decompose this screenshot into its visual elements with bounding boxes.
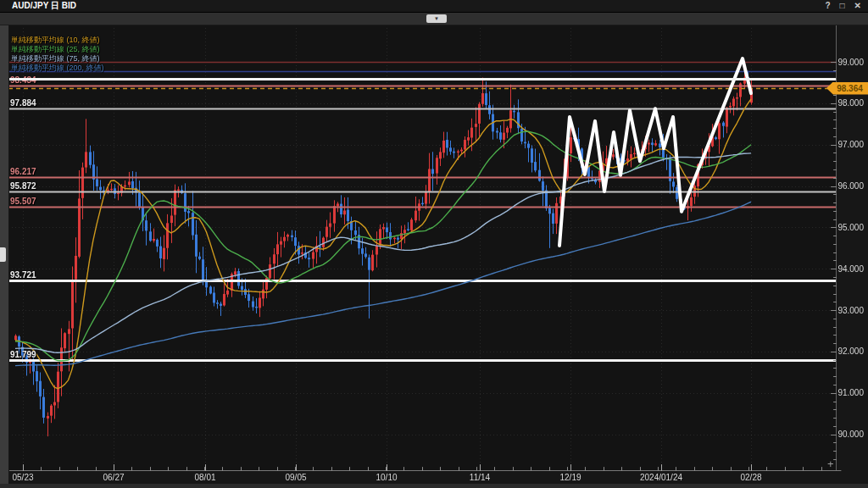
x-axis-label: 12/19 [559,473,581,483]
y-axis-label: 98.000 [837,97,864,108]
title-bar[interactable]: AUD/JPY 日 BID [0,0,868,13]
window-buttons: ? □ ✕ [825,0,861,12]
y-axis-label: 90.000 [837,429,864,440]
price-line-label: 93.721 [10,270,36,280]
price-line-label: 97.884 [10,98,36,108]
y-axis-label: 99.000 [837,57,864,68]
horizontal-line-98-59[interactable] [8,78,836,80]
price-line-label: 96.217 [10,167,36,177]
x-axis-label: 09/05 [285,473,306,483]
y-axis-label: 91.000 [837,387,864,398]
collapse-panel-button[interactable]: ▼ [426,14,447,23]
candlestick-chart-canvas[interactable] [0,0,868,488]
bottom-frame [0,484,868,488]
maximize-button[interactable]: □ [840,0,845,12]
window-title: AUD/JPY 日 BID [12,0,76,12]
y-axis-label: 96.000 [837,180,864,191]
x-axis-label: 06/27 [103,473,124,483]
x-axis-label: 2024/01/24 [640,473,682,483]
current-price-tag: 98.364 [826,82,868,95]
price-line-label: 95.872 [10,181,36,191]
legend-sma200[interactable]: 単純移動平均線 (200, 終値) [11,64,104,73]
y-axis-label: 93.000 [837,305,864,316]
y-axis-label: 97.000 [837,139,864,150]
trading-chart-window: 98.434 97.884 96.217 95.872 95.507 93.72… [0,0,868,488]
side-panel-handle[interactable] [0,247,6,262]
help-button[interactable]: ? [825,0,830,12]
x-axis-label: 11/14 [470,473,490,483]
y-axis-label: 94.000 [837,263,864,274]
price-line-label: 95.507 [10,197,36,207]
legend-sma75[interactable]: 単純移動平均線 (75, 終値) [11,54,104,64]
x-axis-label: 08/01 [194,473,215,483]
y-axis-label: 95.000 [837,222,864,233]
price-line-label: 91.799 [10,350,36,360]
indicator-legend: 単純移動平均線 (10, 終値) 単純移動平均線 (25, 終値) 単純移動平均… [11,36,104,73]
chevron-down-icon: ▼ [434,16,439,21]
x-axis-label: 02/28 [740,473,761,483]
price-line-label: 98.434 [10,75,36,86]
y-axis-label: 92.000 [837,346,864,357]
crosshair-cursor-mark: + [827,458,834,470]
legend-sma10[interactable]: 単純移動平均線 (10, 終値) [11,36,104,45]
legend-sma25[interactable]: 単純移動平均線 (25, 終値) [11,45,104,54]
toolbar-strip: ▼ [0,13,868,25]
left-side-rail [0,25,9,484]
close-button[interactable]: ✕ [854,0,861,12]
x-axis-label: 05/23 [12,473,33,483]
x-axis-label: 10/10 [376,473,397,483]
